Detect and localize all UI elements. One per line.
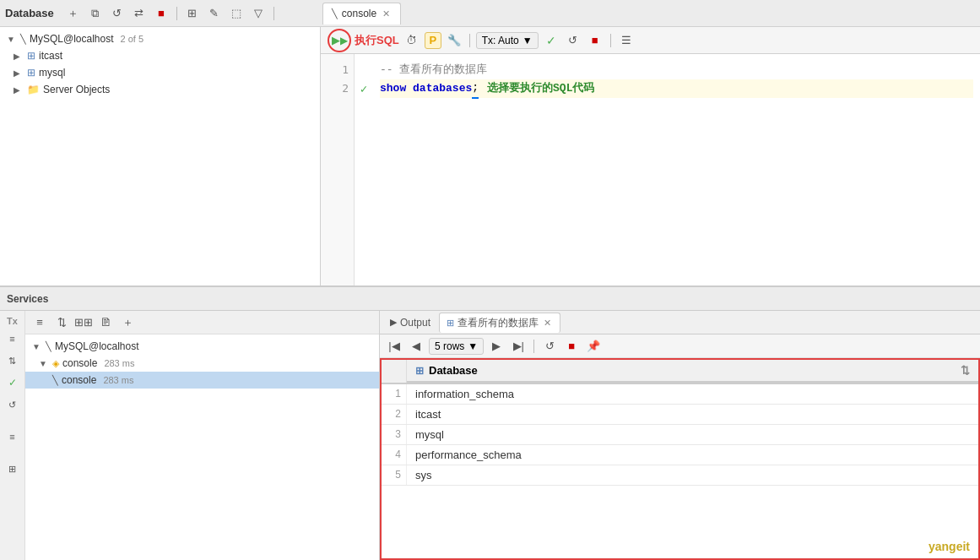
rows-dropdown[interactable]: 5 rows ▼ <box>429 338 484 355</box>
query-tab-icon: ⊞ <box>447 318 454 329</box>
table-row[interactable]: 2 itcast <box>382 405 978 425</box>
table-row[interactable]: 1 information_schema <box>382 384 978 405</box>
table-btn[interactable]: ⊞ <box>183 4 202 23</box>
svc-root-arrow: ▼ <box>32 342 42 351</box>
edit-btn[interactable]: ✎ <box>205 4 224 23</box>
sql-editor: ▶ 执行SQL ⏱ P 🔧 Tx: Auto ▼ ✓ ↺ ■ ☰ <box>321 27 980 285</box>
console-tab-close[interactable]: ✕ <box>381 8 392 20</box>
filter-btn[interactable]: ▽ <box>249 4 268 23</box>
root-icon: ╲ <box>20 34 26 45</box>
list-btn[interactable]: ≡ <box>3 427 22 446</box>
svc-root[interactable]: ▼ ╲ MySQL@localhost <box>25 338 379 355</box>
sync-btn[interactable]: ⇄ <box>130 4 149 23</box>
commit-btn[interactable]: ✓ <box>542 31 560 50</box>
line-status: ✓ <box>355 54 373 285</box>
tx-dropdown[interactable]: Tx: Auto ▼ <box>476 32 539 49</box>
table-row[interactable]: 5 sys <box>382 465 978 486</box>
copy-btn[interactable]: ⧉ <box>86 4 105 23</box>
row-val-2: itcast <box>407 405 978 424</box>
pin-btn[interactable]: 📌 <box>584 337 603 356</box>
add-btn[interactable]: ＋ <box>64 4 83 23</box>
semicolon: ; <box>472 79 479 99</box>
mysql-label: mysql <box>39 67 65 79</box>
grid-btn[interactable]: ⊞ <box>3 459 22 478</box>
console-tab-icon: ╲ <box>332 8 338 19</box>
console-tab-label: console <box>342 8 376 19</box>
p-btn[interactable]: P <box>425 32 441 49</box>
comment-text: -- 查看所有的数据库 <box>380 61 487 79</box>
svc-console-child[interactable]: ╲ console 283 ms <box>25 372 379 389</box>
tree-log-btn[interactable]: 🖹 <box>96 313 115 332</box>
svc-console-label: console <box>62 357 97 369</box>
itcast-arrow: ▶ <box>14 52 24 61</box>
table-row[interactable]: 4 performance_schema <box>382 445 978 465</box>
svc-child-icon: ╲ <box>52 375 58 386</box>
tree-sort-btn[interactable]: ⇅ <box>52 313 71 332</box>
row-num-3: 3 <box>382 425 407 444</box>
svc-child-badge: 283 ms <box>103 375 133 385</box>
run-button[interactable]: ▶ <box>328 29 351 52</box>
last-page-btn[interactable]: ▶| <box>509 337 528 356</box>
tree-mysql[interactable]: ▶ ⊞ mysql <box>0 64 320 81</box>
tree-server-objects[interactable]: ▶ 📁 Server Objects <box>0 81 320 98</box>
history-btn[interactable]: ⏱ <box>403 31 421 50</box>
query-tab-close[interactable]: ✕ <box>542 317 553 329</box>
code-line-1: -- 查看所有的数据库 <box>380 61 973 79</box>
server-icon: 📁 <box>27 84 40 95</box>
align-btn[interactable]: ≡ <box>3 329 22 348</box>
db-panel-title: Database <box>5 7 54 19</box>
format-btn[interactable]: ☰ <box>617 31 636 50</box>
editor-lines: 1 2 ✓ -- 查看所有的数据库 show databases ; <box>321 54 980 285</box>
keyword-show: show <box>380 79 406 98</box>
rollback-btn[interactable]: ↺ <box>564 31 582 50</box>
tree-itcast[interactable]: ▶ ⊞ itcast <box>0 47 320 64</box>
tree-add-btn[interactable]: ＋ <box>118 313 137 332</box>
check-btn[interactable]: ✓ <box>3 373 22 392</box>
table-row[interactable]: 3 mysql <box>382 425 978 445</box>
sep1 <box>176 7 177 20</box>
top-panel: Database ＋ ⧉ ↺ ⇄ ■ ⊞ ✎ ⬚ ▽ ╲ console ✕ ▼ <box>0 0 980 287</box>
refresh-vert-btn[interactable]: ↺ <box>3 395 22 414</box>
tx-arrow: ▼ <box>522 35 533 46</box>
row-num-2: 2 <box>382 405 407 424</box>
services-left: Tx ≡ ⇅ ✓ ↺ ≡ ⊞ ≡ ⇅ ⊞⊞ 🖹 ＋ <box>0 311 380 560</box>
results-panel: ▶ Output ⊞ 查看所有的数据库 ✕ |◀ ◀ 5 rows ▼ ▶ ▶| <box>380 311 980 560</box>
itcast-icon: ⊞ <box>27 50 35 62</box>
first-page-btn[interactable]: |◀ <box>385 337 403 356</box>
output-label: Output <box>400 317 430 329</box>
rows-label: 5 rows <box>435 340 464 352</box>
tree-group-btn[interactable]: ⊞⊞ <box>74 313 93 332</box>
sep2 <box>273 7 274 20</box>
svc-console-icon: ◈ <box>52 358 59 369</box>
reload-btn[interactable]: ↺ <box>540 337 559 356</box>
editor-area: ▼ ╲ MySQL@localhost 2 of 5 ▶ ⊞ itcast ▶ … <box>0 27 980 285</box>
server-label: Server Objects <box>43 84 110 95</box>
tab-area: ╲ console ✕ <box>322 3 401 24</box>
next-page-btn[interactable]: ▶ <box>487 337 506 356</box>
prev-page-btn[interactable]: ◀ <box>407 337 425 356</box>
services-tree: ▼ ╲ MySQL@localhost ▼ ◈ console 283 ms ╲… <box>25 334 379 560</box>
import-btn[interactable]: ⬚ <box>227 4 246 23</box>
status-2: ✓ <box>356 79 371 98</box>
settings-btn[interactable]: 🔧 <box>445 31 463 50</box>
stop-results-btn[interactable]: ■ <box>562 337 581 356</box>
services-vert-toolbar: Tx ≡ ⇅ ✓ ↺ ≡ ⊞ <box>0 311 25 560</box>
results-tabs: ▶ Output ⊞ 查看所有的数据库 ✕ <box>380 311 980 334</box>
status-1 <box>356 61 371 79</box>
output-tab[interactable]: ▶ Output <box>383 314 437 331</box>
row-num-1: 1 <box>382 384 407 404</box>
stop-sql-btn[interactable]: ■ <box>586 31 604 50</box>
line-num-2: 2 <box>326 79 349 98</box>
console-tab[interactable]: ╲ console ✕ <box>322 3 401 24</box>
keyword-databases: databases <box>413 79 472 98</box>
mysql-arrow: ▶ <box>14 68 24 78</box>
tree-align-btn[interactable]: ≡ <box>30 313 49 332</box>
services-title: Services <box>7 293 48 305</box>
stop-btn[interactable]: ■ <box>152 4 171 23</box>
tree-root[interactable]: ▼ ╲ MySQL@localhost 2 of 5 <box>0 30 320 47</box>
svc-console-parent[interactable]: ▼ ◈ console 283 ms <box>25 355 379 372</box>
refresh-btn[interactable]: ↺ <box>108 4 127 23</box>
sort-btn[interactable]: ⇅ <box>3 351 22 370</box>
query-tab[interactable]: ⊞ 查看所有的数据库 ✕ <box>439 313 560 333</box>
code-area[interactable]: -- 查看所有的数据库 show databases ; 选择要执行的SQL代码 <box>373 54 980 285</box>
